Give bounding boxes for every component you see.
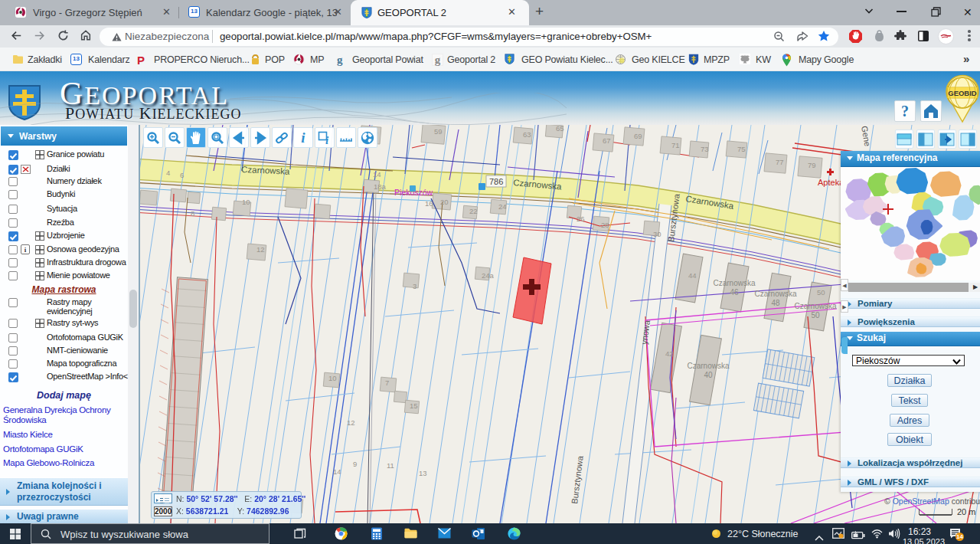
svg-text:18a: 18a — [374, 182, 387, 191]
svg-text:i: i — [325, 134, 329, 146]
svg-text:7: 7 — [385, 379, 389, 387]
svg-text:28: 28 — [601, 221, 609, 229]
svg-text:50: 50 — [817, 288, 825, 297]
svg-text:4: 4 — [166, 169, 170, 177]
svg-text:44: 44 — [688, 271, 697, 280]
svg-text:20: 20 — [440, 198, 449, 206]
svg-text:24a: 24a — [482, 271, 495, 280]
svg-text:22: 22 — [469, 207, 478, 215]
svg-text:59: 59 — [434, 127, 443, 136]
svg-text:48: 48 — [771, 299, 780, 307]
svg-text:79: 79 — [808, 161, 816, 169]
svg-text:i: i — [301, 130, 305, 146]
svg-text:40: 40 — [704, 371, 713, 379]
svg-text:65: 65 — [556, 125, 564, 133]
svg-text:12: 12 — [256, 245, 265, 254]
svg-text:16: 16 — [425, 199, 433, 208]
svg-text:Czarnowska: Czarnowska — [794, 302, 836, 310]
svg-text:6: 6 — [180, 171, 184, 179]
svg-text:30: 30 — [653, 230, 662, 238]
svg-text:Czarnowska: Czarnowska — [687, 362, 729, 370]
svg-text:14: 14 — [373, 170, 381, 179]
svg-text:11: 11 — [387, 461, 394, 470]
svg-text:75: 75 — [737, 145, 746, 153]
svg-text:73: 73 — [701, 145, 709, 153]
svg-text:26: 26 — [577, 215, 585, 223]
svg-text:786: 786 — [489, 177, 503, 186]
svg-text:Czarnowska: Czarnowska — [713, 279, 755, 287]
svg-text:13: 13 — [419, 469, 427, 477]
svg-text:69: 69 — [634, 132, 642, 140]
svg-text:63: 63 — [523, 130, 531, 139]
svg-text:10: 10 — [242, 198, 250, 206]
svg-text:77: 77 — [776, 158, 784, 166]
svg-text:71: 71 — [671, 141, 680, 149]
svg-text:46: 46 — [730, 288, 739, 297]
svg-text:12: 12 — [347, 418, 355, 427]
svg-text:Czarnowska: Czarnowska — [754, 290, 796, 298]
svg-text:24: 24 — [498, 202, 507, 211]
svg-text:9: 9 — [353, 460, 357, 468]
svg-text:50: 50 — [811, 311, 820, 320]
svg-text:8: 8 — [191, 209, 194, 218]
svg-text:67: 67 — [603, 136, 611, 145]
svg-text:GEOBID: GEOBID — [948, 89, 977, 97]
svg-text:15: 15 — [410, 401, 418, 410]
svg-text:10: 10 — [328, 374, 337, 382]
svg-text:14: 14 — [333, 467, 341, 476]
svg-text:3: 3 — [413, 282, 416, 290]
svg-text:42: 42 — [665, 349, 674, 358]
